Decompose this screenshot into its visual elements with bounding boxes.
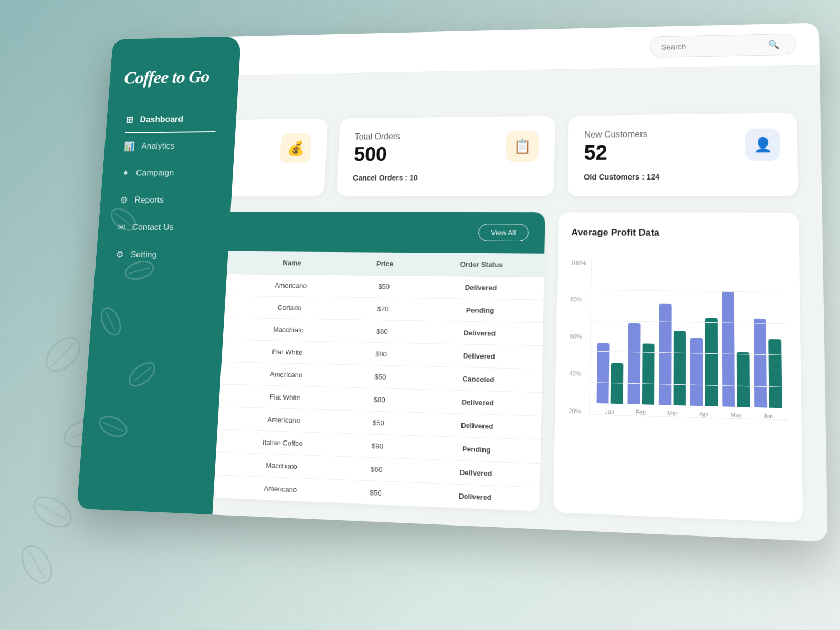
bar-purple xyxy=(754,319,768,408)
person-icon: 👤 xyxy=(753,136,772,153)
cell-name: Americano xyxy=(227,362,345,387)
cell-price: $50 xyxy=(349,275,419,298)
cell-name: Flat White xyxy=(229,340,346,364)
bg-bean xyxy=(39,330,87,379)
cell-price: $50 xyxy=(343,410,415,435)
sidebar-item-analytics[interactable]: 📊 Analytics xyxy=(113,133,225,159)
view-all-button[interactable]: View All xyxy=(478,224,528,242)
stat-customers-left: New Customers 52 xyxy=(584,130,647,164)
cell-status: Delivered xyxy=(414,412,541,439)
campaign-icon: ✦ xyxy=(122,167,130,178)
bg-bean xyxy=(15,540,58,589)
bar-label: Apr xyxy=(699,411,708,417)
bar-purple xyxy=(659,304,671,405)
setting-icon: ⚙ xyxy=(116,249,124,260)
bar-group: May xyxy=(722,260,750,419)
cell-status: Canceled xyxy=(415,366,542,393)
sidebar-label-contact: Contact Us xyxy=(132,222,174,233)
chart-y-axis: 100% 80% 60% 40% 20% xyxy=(569,259,591,415)
main-window: Coffee to Go ⊞ Dashboard 📊 Analytics ✦ C… xyxy=(77,23,828,541)
bar-group: Mar xyxy=(659,260,686,417)
bar-teal xyxy=(737,352,750,407)
bar-label: Jun xyxy=(763,413,773,419)
sidebar-label-dashboard: Dashboard xyxy=(140,114,184,125)
y-label-20: 20% xyxy=(569,407,585,415)
cell-price: $90 xyxy=(342,433,414,459)
bar-teal xyxy=(769,339,782,408)
perspective-wrapper: Coffee to Go ⊞ Dashboard 📊 Analytics ✦ C… xyxy=(0,0,840,630)
bar-teal xyxy=(673,331,686,406)
cell-name: Flat White xyxy=(226,384,345,410)
cell-price: $50 xyxy=(344,365,416,390)
bar-group: Apr xyxy=(690,260,718,418)
stat-orders-label: Total Orders xyxy=(354,132,400,141)
cell-status: Delivered xyxy=(416,343,543,369)
stat-customers-icon: 👤 xyxy=(746,128,780,161)
y-label-60: 60% xyxy=(570,333,585,340)
bar-group: Jun xyxy=(753,260,782,419)
search-bar[interactable]: 🔍 xyxy=(650,33,796,58)
cell-price: $70 xyxy=(348,297,418,321)
chart-area: 100% 80% 60% 40% 20% xyxy=(569,249,787,421)
contact-icon: ✉ xyxy=(118,222,126,233)
cell-name: Americano xyxy=(233,274,350,298)
stat-income-icon: 💰 xyxy=(280,133,312,163)
cell-name: Americano xyxy=(220,475,340,503)
y-label-100: 100% xyxy=(571,259,586,266)
bar-purple xyxy=(627,323,640,404)
stat-customers-label: New Customers xyxy=(584,130,647,140)
bar-group: Feb xyxy=(627,259,655,416)
search-icon: 🔍 xyxy=(768,39,780,49)
cell-status: Delivered xyxy=(415,389,542,416)
cell-status: Delivered xyxy=(418,276,544,300)
stat-orders-sub: Cancel Orders : 10 xyxy=(353,173,538,182)
sidebar-bean xyxy=(97,524,122,541)
stat-orders-icon: 📋 xyxy=(506,131,539,162)
cell-name: Macchiato xyxy=(230,318,348,342)
sidebar-label-analytics: Analytics xyxy=(141,141,175,151)
sidebar-item-dashboard[interactable]: ⊞ Dashboard xyxy=(116,106,227,132)
sidebar-item-reports[interactable]: ⚙ Reports xyxy=(109,187,222,213)
stat-customers-value: 52 xyxy=(584,141,647,164)
bar-purple xyxy=(690,338,703,406)
sidebar-item-contact[interactable]: ✉ Contact Us xyxy=(107,215,220,240)
sidebar-item-setting[interactable]: ⚙ Setting xyxy=(105,242,218,268)
col-name: Name xyxy=(234,251,351,275)
bg-bean xyxy=(28,490,77,533)
sidebar-label-setting: Setting xyxy=(130,249,157,260)
sidebar-label-campaign: Campaign xyxy=(135,168,174,178)
cell-price: $60 xyxy=(341,456,413,482)
y-label-40: 40% xyxy=(569,370,585,377)
cell-price: $60 xyxy=(346,320,418,343)
cell-name: Americano xyxy=(225,407,343,433)
stat-customers-sub: Old Customers : 124 xyxy=(584,172,781,182)
cell-price: $50 xyxy=(340,480,412,506)
cell-price: $80 xyxy=(344,387,416,412)
bar-label: Mar xyxy=(667,410,677,416)
stat-orders-header: Total Orders 500 📋 xyxy=(353,131,538,166)
cell-name: Cortado xyxy=(232,296,349,319)
coin-icon: 💰 xyxy=(287,140,306,156)
cell-status: Delivered xyxy=(417,321,543,346)
chart-card: Average Profit Data 100% 80% 60% 40% 20% xyxy=(553,212,803,522)
cell-price: $80 xyxy=(345,342,417,366)
dashboard-icon: ⊞ xyxy=(125,114,133,125)
col-status: Order Status xyxy=(419,253,544,277)
sidebar-label-reports: Reports xyxy=(134,195,164,205)
y-label-80: 80% xyxy=(570,296,586,303)
search-input[interactable] xyxy=(662,40,763,51)
col-price: Price xyxy=(350,252,421,276)
bar-label: Feb xyxy=(636,410,646,416)
bar-label: Jan xyxy=(605,408,614,415)
sidebar-item-campaign[interactable]: ✦ Campaign xyxy=(111,160,224,186)
bar-teal xyxy=(705,318,718,406)
reports-icon: ⚙ xyxy=(120,195,128,206)
app-logo: Coffee to Go xyxy=(108,56,240,108)
stat-card-orders: Total Orders 500 📋 Cancel Orders : 10 xyxy=(337,116,555,197)
analytics-icon: 📊 xyxy=(123,141,135,152)
clipboard-icon: 📋 xyxy=(513,138,531,154)
cell-status: Pending xyxy=(418,298,543,323)
bar-label: May xyxy=(730,412,741,419)
sidebar-nav: ⊞ Dashboard 📊 Analytics ✦ Campaign ⚙ Rep… xyxy=(77,106,237,542)
stat-customers-header: New Customers 52 👤 xyxy=(584,128,780,164)
